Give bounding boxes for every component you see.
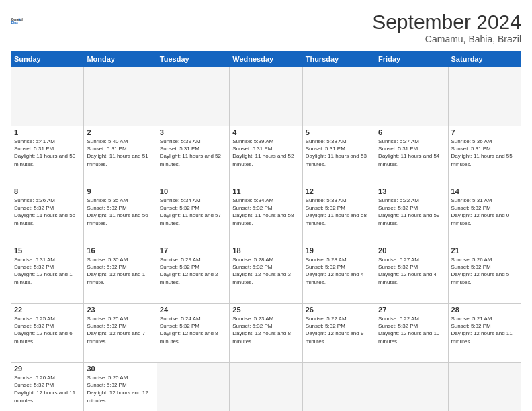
day-info: Sunrise: 5:28 AMSunset: 5:32 PMDaylight:…	[306, 256, 372, 286]
day-number: 8	[14, 187, 81, 195]
calendar-cell	[302, 67, 375, 126]
calendar-cell	[448, 363, 521, 412]
calendar-cell: 16Sunrise: 5:30 AMSunset: 5:32 PMDayligh…	[84, 244, 157, 304]
calendar-cell: 12Sunrise: 5:33 AMSunset: 5:32 PMDayligh…	[302, 185, 375, 244]
day-number: 29	[14, 365, 81, 373]
calendar-week-row: 1Sunrise: 5:41 AMSunset: 5:31 PMDaylight…	[11, 126, 521, 185]
calendar-cell: 5Sunrise: 5:38 AMSunset: 5:31 PMDaylight…	[302, 126, 375, 185]
day-info: Sunrise: 5:34 AMSunset: 5:32 PMDaylight:…	[232, 197, 299, 227]
day-info: Sunrise: 5:35 AMSunset: 5:32 PMDaylight:…	[87, 197, 153, 227]
day-number: 4	[232, 128, 299, 136]
day-number: 9	[87, 187, 153, 195]
day-info: Sunrise: 5:25 AMSunset: 5:32 PMDaylight:…	[14, 315, 81, 345]
logo-icon: General Blue	[11, 11, 32, 32]
calendar-cell	[157, 363, 229, 412]
calendar-cell: 25Sunrise: 5:23 AMSunset: 5:32 PMDayligh…	[230, 304, 302, 363]
calendar-week-row	[11, 67, 521, 126]
day-info: Sunrise: 5:27 AMSunset: 5:32 PMDaylight:…	[378, 256, 445, 286]
calendar-cell: 23Sunrise: 5:25 AMSunset: 5:32 PMDayligh…	[84, 304, 157, 363]
calendar-week-row: 15Sunrise: 5:31 AMSunset: 5:32 PMDayligh…	[11, 244, 521, 304]
day-number: 15	[14, 246, 81, 255]
day-info: Sunrise: 5:40 AMSunset: 5:31 PMDaylight:…	[87, 138, 153, 168]
svg-text:Blue: Blue	[11, 21, 18, 25]
day-info: Sunrise: 5:39 AMSunset: 5:31 PMDaylight:…	[160, 138, 226, 168]
day-number: 23	[87, 306, 153, 314]
day-info: Sunrise: 5:25 AMSunset: 5:32 PMDaylight:…	[87, 315, 153, 345]
calendar-cell	[230, 67, 302, 126]
calendar-cell: 13Sunrise: 5:32 AMSunset: 5:32 PMDayligh…	[375, 185, 448, 244]
day-number: 5	[306, 128, 372, 136]
day-number: 24	[160, 306, 226, 314]
day-info: Sunrise: 5:29 AMSunset: 5:32 PMDaylight:…	[160, 256, 226, 286]
calendar-cell	[11, 67, 84, 126]
calendar-cell: 6Sunrise: 5:37 AMSunset: 5:31 PMDaylight…	[375, 126, 448, 185]
logo: General Blue	[11, 11, 32, 32]
day-number: 17	[160, 246, 226, 255]
calendar-cell: 7Sunrise: 5:36 AMSunset: 5:31 PMDaylight…	[448, 126, 521, 185]
day-info: Sunrise: 5:31 AMSunset: 5:32 PMDaylight:…	[14, 256, 81, 286]
header: General Blue September 2024 Camamu, Bahi…	[11, 11, 521, 44]
svg-text:General: General	[11, 18, 23, 21]
day-number: 22	[14, 306, 81, 314]
day-info: Sunrise: 5:32 AMSunset: 5:32 PMDaylight:…	[378, 197, 445, 227]
day-info: Sunrise: 5:33 AMSunset: 5:32 PMDaylight:…	[306, 197, 372, 227]
calendar-cell: 30Sunrise: 5:20 AMSunset: 5:32 PMDayligh…	[84, 363, 157, 412]
day-info: Sunrise: 5:36 AMSunset: 5:32 PMDaylight:…	[14, 197, 81, 227]
day-info: Sunrise: 5:41 AMSunset: 5:31 PMDaylight:…	[14, 138, 81, 168]
calendar-cell: 9Sunrise: 5:35 AMSunset: 5:32 PMDaylight…	[84, 185, 157, 244]
calendar-cell	[448, 67, 521, 126]
day-info: Sunrise: 5:26 AMSunset: 5:32 PMDaylight:…	[451, 256, 518, 286]
calendar-day-header: Monday	[84, 52, 157, 67]
day-number: 2	[87, 128, 153, 136]
calendar-cell	[375, 363, 448, 412]
calendar-table: SundayMondayTuesdayWednesdayThursdayFrid…	[11, 51, 521, 411]
calendar-cell: 8Sunrise: 5:36 AMSunset: 5:32 PMDaylight…	[11, 185, 84, 244]
calendar-cell: 20Sunrise: 5:27 AMSunset: 5:32 PMDayligh…	[375, 244, 448, 304]
day-number: 20	[378, 246, 445, 255]
day-info: Sunrise: 5:36 AMSunset: 5:31 PMDaylight:…	[451, 138, 518, 168]
day-info: Sunrise: 5:31 AMSunset: 5:32 PMDaylight:…	[451, 197, 518, 227]
day-number: 11	[232, 187, 299, 195]
subtitle: Camamu, Bahia, Brazil	[372, 34, 521, 44]
calendar-cell: 10Sunrise: 5:34 AMSunset: 5:32 PMDayligh…	[157, 185, 229, 244]
calendar-cell: 19Sunrise: 5:28 AMSunset: 5:32 PMDayligh…	[302, 244, 375, 304]
day-info: Sunrise: 5:20 AMSunset: 5:32 PMDaylight:…	[14, 374, 81, 404]
calendar-cell	[84, 67, 157, 126]
calendar-week-row: 29Sunrise: 5:20 AMSunset: 5:32 PMDayligh…	[11, 363, 521, 412]
day-number: 1	[14, 128, 81, 136]
calendar-day-header: Wednesday	[230, 52, 302, 67]
day-number: 7	[451, 128, 518, 136]
calendar-day-header: Tuesday	[157, 52, 229, 67]
calendar-cell: 2Sunrise: 5:40 AMSunset: 5:31 PMDaylight…	[84, 126, 157, 185]
day-number: 13	[378, 187, 445, 195]
day-info: Sunrise: 5:20 AMSunset: 5:32 PMDaylight:…	[87, 374, 153, 404]
day-number: 26	[306, 306, 372, 314]
month-title: September 2024	[372, 11, 521, 34]
calendar-day-header: Thursday	[302, 52, 375, 67]
calendar-week-row: 22Sunrise: 5:25 AMSunset: 5:32 PMDayligh…	[11, 304, 521, 363]
day-number: 27	[378, 306, 445, 314]
calendar-cell: 4Sunrise: 5:39 AMSunset: 5:31 PMDaylight…	[230, 126, 302, 185]
day-info: Sunrise: 5:21 AMSunset: 5:32 PMDaylight:…	[451, 315, 518, 345]
day-info: Sunrise: 5:22 AMSunset: 5:32 PMDaylight:…	[378, 315, 445, 345]
day-info: Sunrise: 5:28 AMSunset: 5:32 PMDaylight:…	[232, 256, 299, 286]
day-number: 30	[87, 365, 153, 373]
calendar-cell: 24Sunrise: 5:24 AMSunset: 5:32 PMDayligh…	[157, 304, 229, 363]
calendar-cell: 14Sunrise: 5:31 AMSunset: 5:32 PMDayligh…	[448, 185, 521, 244]
calendar-cell: 22Sunrise: 5:25 AMSunset: 5:32 PMDayligh…	[11, 304, 84, 363]
day-number: 6	[378, 128, 445, 136]
day-number: 12	[306, 187, 372, 195]
calendar-day-header: Sunday	[11, 52, 84, 67]
day-number: 25	[232, 306, 299, 314]
calendar-cell	[375, 67, 448, 126]
day-info: Sunrise: 5:39 AMSunset: 5:31 PMDaylight:…	[232, 138, 299, 168]
page: General Blue September 2024 Camamu, Bahi…	[0, 0, 532, 411]
calendar-cell: 27Sunrise: 5:22 AMSunset: 5:32 PMDayligh…	[375, 304, 448, 363]
day-number: 19	[306, 246, 372, 255]
calendar-cell: 3Sunrise: 5:39 AMSunset: 5:31 PMDaylight…	[157, 126, 229, 185]
day-number: 10	[160, 187, 226, 195]
day-number: 14	[451, 187, 518, 195]
calendar-cell	[230, 363, 302, 412]
day-info: Sunrise: 5:22 AMSunset: 5:32 PMDaylight:…	[306, 315, 372, 345]
calendar-cell: 15Sunrise: 5:31 AMSunset: 5:32 PMDayligh…	[11, 244, 84, 304]
